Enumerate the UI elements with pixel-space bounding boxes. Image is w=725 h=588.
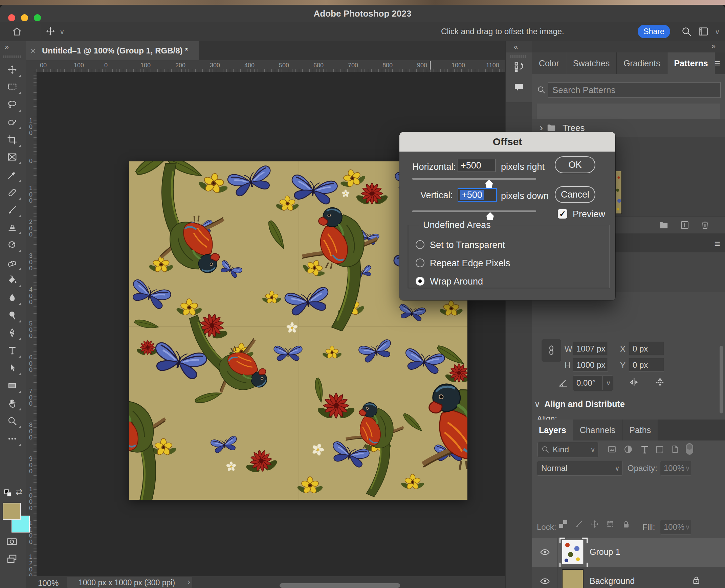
workspace-icon[interactable] xyxy=(698,26,709,38)
layer-name[interactable]: Background xyxy=(589,576,635,586)
visibility-eye-icon[interactable] xyxy=(540,547,550,559)
filter-shape-layers-icon[interactable] xyxy=(655,444,664,455)
path-selection-tool[interactable] xyxy=(7,363,19,375)
vertical-slider[interactable] xyxy=(412,210,536,212)
filter-smart-objects-icon[interactable] xyxy=(670,444,680,455)
healing-brush-tool[interactable] xyxy=(7,187,19,199)
blur-tool[interactable] xyxy=(7,293,19,304)
cancel-button[interactable]: Cancel xyxy=(555,186,595,203)
width-field[interactable]: 1007 px xyxy=(573,342,608,355)
fill-field[interactable]: 100% ∨ xyxy=(660,520,692,534)
eyedropper-tool[interactable] xyxy=(7,170,19,181)
flip-vertical-icon[interactable] xyxy=(655,377,665,389)
share-button[interactable]: Share xyxy=(638,25,670,38)
document-tab[interactable]: × Untitled–1 @ 100% (Group 1, RGB/8) * xyxy=(26,41,199,60)
horizontal-input[interactable] xyxy=(458,159,496,172)
edit-toolbar-button[interactable] xyxy=(7,434,19,445)
dialog-title[interactable]: Offset xyxy=(399,132,615,151)
layer-thumbnail[interactable] xyxy=(562,540,583,564)
collapse-panels-icon[interactable]: » xyxy=(711,42,716,51)
hand-tool[interactable] xyxy=(7,398,19,410)
chevron-down-icon[interactable]: ∨ xyxy=(60,28,65,36)
horizontal-slider[interactable] xyxy=(412,178,536,180)
height-field[interactable]: 1000 px xyxy=(573,358,608,372)
eraser-tool[interactable] xyxy=(7,258,19,269)
y-field[interactable]: 0 px xyxy=(629,358,664,372)
tab-layers[interactable]: Layers xyxy=(532,420,573,441)
vertical-ruler[interactable]: 1 0 001 0 02 0 03 0 04 0 05 0 06 0 07 0 … xyxy=(26,72,37,576)
layer-name[interactable]: Group 1 xyxy=(589,547,620,557)
search-icon[interactable] xyxy=(681,26,692,38)
move-tool-options-icon[interactable] xyxy=(45,26,56,38)
tab-color[interactable]: Color xyxy=(532,52,566,74)
layer-filter-dropdown[interactable]: Kind ∨ xyxy=(538,442,598,457)
align-distribute-header[interactable]: ∨Align and Distribute xyxy=(534,399,625,409)
preview-checkbox[interactable]: ✓ xyxy=(558,209,567,218)
lock-artboard-icon[interactable] xyxy=(606,520,615,530)
tab-channels[interactable]: Channels xyxy=(573,420,623,441)
comments-icon[interactable] xyxy=(513,82,525,94)
rectangular-marquee-tool[interactable] xyxy=(7,82,19,93)
lock-transparency-icon[interactable] xyxy=(559,520,567,529)
tab-patterns[interactable]: Patterns xyxy=(667,52,715,74)
rectangle-tool[interactable] xyxy=(7,381,19,392)
pattern-search-input[interactable]: Search Patterns xyxy=(548,82,721,98)
pen-tool[interactable] xyxy=(7,328,19,339)
zoom-tool[interactable] xyxy=(7,416,19,427)
paint-bucket-tool[interactable] xyxy=(7,275,19,287)
foreground-color-swatch[interactable] xyxy=(3,503,21,520)
brush-tool[interactable] xyxy=(7,205,19,216)
horizontal-slider-thumb[interactable] xyxy=(485,180,494,188)
expand-tools-icon[interactable]: » xyxy=(5,43,8,51)
delete-icon[interactable] xyxy=(700,220,710,231)
home-icon[interactable] xyxy=(12,26,22,38)
opacity-field[interactable]: 100% ∨ xyxy=(660,461,692,476)
dodge-tool[interactable] xyxy=(7,310,19,322)
history-brush-tool[interactable] xyxy=(7,239,19,251)
default-colors-icon[interactable] xyxy=(3,488,12,499)
panel-menu-icon[interactable]: ≡ xyxy=(714,58,720,69)
layer-row-group-1[interactable]: Group 1 xyxy=(532,538,725,567)
move-tool[interactable] xyxy=(7,65,19,76)
new-pattern-icon[interactable] xyxy=(680,220,690,231)
radio-button[interactable] xyxy=(416,240,424,249)
layer-row-background[interactable]: Background xyxy=(532,567,725,588)
lock-all-icon[interactable] xyxy=(621,520,631,530)
blend-mode-dropdown[interactable]: Normal ∨ xyxy=(537,461,623,476)
chevron-down-icon[interactable]: ∨ xyxy=(715,28,720,36)
ok-button[interactable]: OK xyxy=(555,156,595,173)
object-selection-tool[interactable] xyxy=(7,117,19,129)
new-group-icon[interactable] xyxy=(659,220,669,231)
tab-gradients[interactable]: Gradients xyxy=(617,52,667,74)
link-dimensions-button[interactable] xyxy=(542,339,561,362)
disclosure-icon[interactable]: › xyxy=(540,122,543,133)
panel-scrollbar[interactable] xyxy=(720,346,723,414)
layer-thumbnail[interactable] xyxy=(562,569,583,588)
document-info[interactable]: 1000 px x 1000 px (300 ppi) xyxy=(67,577,192,588)
collapse-dock-icon[interactable]: « xyxy=(514,43,518,51)
filter-pixel-layers-icon[interactable] xyxy=(607,444,617,455)
status-chevron-icon[interactable]: › xyxy=(187,577,190,587)
filter-toggle[interactable] xyxy=(686,443,693,456)
visibility-eye-icon[interactable] xyxy=(540,576,550,588)
tab-paths[interactable]: Paths xyxy=(622,420,658,441)
lasso-tool[interactable] xyxy=(7,100,19,111)
crop-tool[interactable] xyxy=(7,135,19,146)
tools-grip[interactable] xyxy=(3,56,22,58)
frame-tool[interactable] xyxy=(7,152,19,163)
type-tool[interactable] xyxy=(7,345,19,357)
lock-position-icon[interactable] xyxy=(590,520,599,530)
horizontal-ruler[interactable]: 0010001002003004005006007008009001000110… xyxy=(37,60,505,72)
filter-adjustment-layers-icon[interactable] xyxy=(623,444,633,455)
horizontal-scrollbar[interactable] xyxy=(279,583,400,588)
radio-button[interactable] xyxy=(416,258,424,267)
radio-button[interactable] xyxy=(416,277,424,286)
panel-menu-icon[interactable]: ≡ xyxy=(714,238,720,250)
flip-horizontal-icon[interactable] xyxy=(629,377,640,389)
clone-stamp-tool[interactable] xyxy=(7,222,19,233)
rotation-field[interactable]: 0.00° ∨ xyxy=(573,376,613,391)
quick-mask-icon[interactable] xyxy=(6,536,18,549)
dock-grip[interactable] xyxy=(511,55,527,58)
x-field[interactable]: 0 px xyxy=(629,342,664,355)
zoom-level[interactable]: 100% xyxy=(38,579,59,588)
